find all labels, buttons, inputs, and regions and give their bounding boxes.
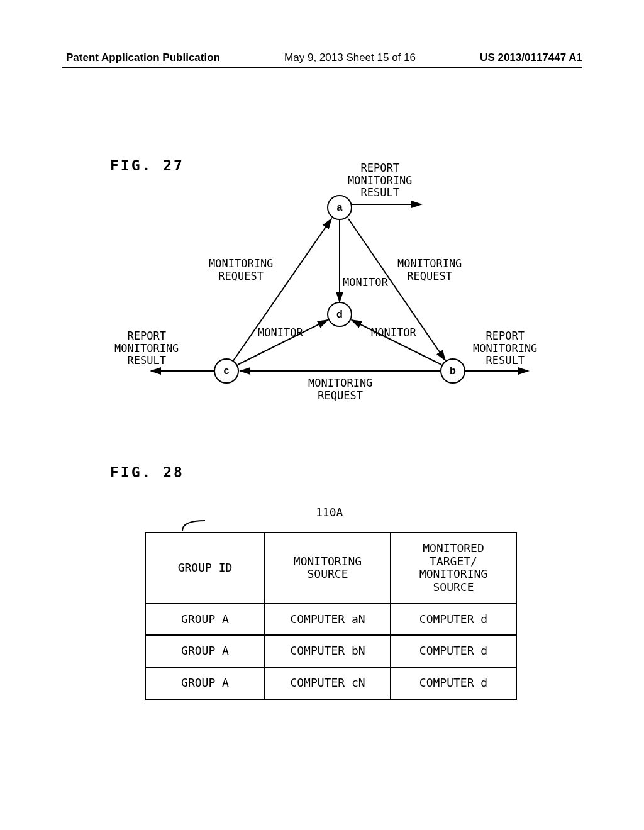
- label-monitor-ad: MONITOR: [343, 277, 388, 289]
- fig28-label: FIG. 28: [110, 464, 184, 480]
- header-left: Patent Application Publication: [66, 52, 220, 64]
- cell: GROUP A: [145, 635, 265, 667]
- node-d: d: [327, 302, 352, 327]
- label-monitor-bd: MONITOR: [371, 327, 416, 340]
- th-group-id: GROUP ID: [145, 533, 265, 604]
- label-report-a: REPORT MONITORING RESULT: [348, 162, 412, 199]
- table-row: GROUP A COMPUTER aN COMPUTER d: [145, 604, 516, 636]
- cell: COMPUTER cN: [265, 667, 391, 699]
- cell: GROUP A: [145, 604, 265, 636]
- th-monitoring-source: MONITORING SOURCE: [265, 533, 391, 604]
- node-a-label: a: [337, 202, 343, 213]
- header-right: US 2013/0117447 A1: [480, 52, 582, 64]
- cell: GROUP A: [145, 667, 265, 699]
- fig28-table: GROUP ID MONITORING SOURCE MONITORED TAR…: [145, 532, 517, 700]
- fig28-ref: 110A: [316, 506, 343, 519]
- cell: COMPUTER aN: [265, 604, 391, 636]
- header-rule: [62, 67, 582, 68]
- label-report-b: REPORT MONITORING RESULT: [473, 330, 537, 367]
- label-report-c: REPORT MONITORING RESULT: [114, 330, 179, 367]
- svg-line-0: [233, 219, 331, 362]
- th-monitored-target: MONITORED TARGET/ MONITORING SOURCE: [391, 533, 516, 604]
- cell: COMPUTER d: [391, 667, 516, 699]
- label-monitor-cd: MONITOR: [258, 327, 303, 340]
- table-row: GROUP A COMPUTER bN COMPUTER d: [145, 635, 516, 667]
- node-b: b: [440, 358, 465, 384]
- cell: COMPUTER d: [391, 635, 516, 667]
- node-c: c: [214, 358, 239, 384]
- label-monreq-left: MONITORING REQUEST: [209, 258, 273, 282]
- node-d-label: d: [336, 309, 343, 320]
- cell: COMPUTER d: [391, 604, 516, 636]
- page-header: Patent Application Publication May 9, 20…: [0, 52, 644, 64]
- node-c-label: c: [224, 365, 230, 377]
- header-center: May 9, 2013 Sheet 15 of 16: [284, 52, 416, 64]
- node-b-label: b: [450, 365, 456, 377]
- table-header-row: GROUP ID MONITORING SOURCE MONITORED TAR…: [145, 533, 516, 604]
- table-row: GROUP A COMPUTER cN COMPUTER d: [145, 667, 516, 699]
- fig28-ref-hook: [181, 519, 206, 532]
- cell: COMPUTER bN: [265, 635, 391, 667]
- label-monreq-right: MONITORING REQUEST: [397, 258, 462, 282]
- label-monreq-bottom: MONITORING REQUEST: [308, 377, 372, 402]
- fig27-diagram: a b c d REPORT MONITORING RESULT REPORT …: [88, 170, 553, 415]
